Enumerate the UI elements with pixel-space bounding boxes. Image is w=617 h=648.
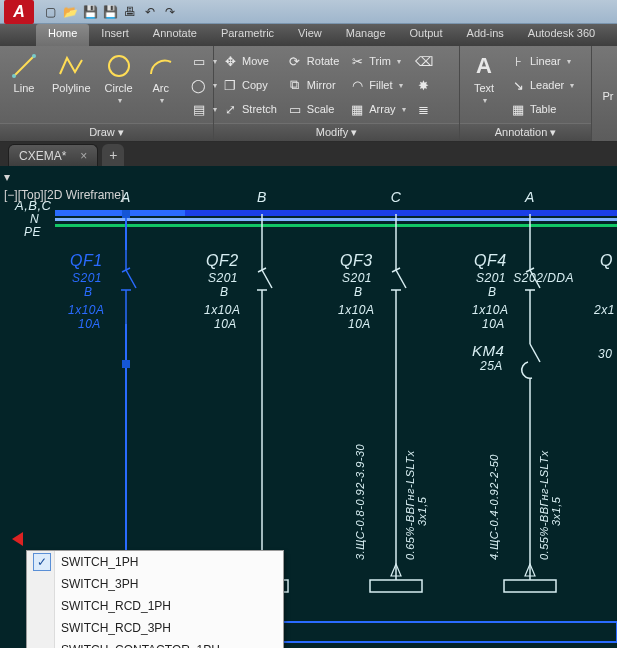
file-tab-bar: CXEMA* × +	[0, 142, 617, 166]
svg-text:1x10A: 1x10A	[472, 303, 509, 317]
circle-label: Circle	[105, 82, 133, 94]
svg-text:25A: 25A	[479, 359, 503, 373]
arc-icon	[147, 52, 175, 80]
qat-new-icon[interactable]: ▢	[42, 4, 58, 20]
tab-parametric[interactable]: Parametric	[209, 24, 286, 46]
svg-text:10A: 10A	[78, 317, 101, 331]
menu-item-label: SWITCH_CONTACTOR_1PH	[61, 643, 220, 648]
tab-insert[interactable]: Insert	[89, 24, 141, 46]
svg-rect-13	[55, 210, 185, 216]
bus-n-label: N	[30, 212, 39, 226]
table-button[interactable]: ▦Table	[508, 98, 576, 120]
copy-button[interactable]: ❐Copy	[220, 74, 279, 96]
properties-label-cut: Pr	[603, 90, 614, 102]
svg-text:A: A	[524, 189, 535, 205]
svg-text:B: B	[257, 189, 267, 205]
svg-text:S201: S201	[342, 271, 372, 285]
draw-extra: ▭▾ ◯▾ ▤▾	[189, 50, 219, 120]
dim-linear-icon: ⊦	[510, 53, 526, 69]
app-logo[interactable]: A	[4, 0, 34, 24]
line-icon	[10, 52, 38, 80]
qat-save-icon[interactable]: 💾	[82, 4, 98, 20]
mirror-icon: ⧉	[287, 77, 303, 93]
ellipse-icon: ◯	[191, 77, 207, 93]
qat-redo-icon[interactable]: ↷	[162, 4, 178, 20]
text-button[interactable]: A Text▾	[466, 50, 502, 107]
svg-text:1x10A: 1x10A	[338, 303, 375, 317]
hatch-icon: ▤	[191, 101, 207, 117]
panel-annotation-title[interactable]: Annotation ▾	[460, 123, 591, 141]
polyline-button[interactable]: Polyline	[48, 50, 95, 96]
arc-button[interactable]: Arc▾	[143, 50, 179, 107]
marker-icon	[12, 532, 23, 546]
svg-text:4.ЩС-0.4-0.92-2-50: 4.ЩС-0.4-0.92-2-50	[488, 454, 500, 560]
qat-plot-icon[interactable]: 🖶	[122, 4, 138, 20]
scale-button[interactable]: ▭Scale	[285, 98, 341, 120]
menu-item-switch-rcd-3ph[interactable]: SWITCH_RCD_3PH	[27, 617, 283, 639]
array-icon: ▦	[349, 101, 365, 117]
array-button[interactable]: ▦Array▾	[347, 98, 407, 120]
rotate-label: Rotate	[307, 55, 339, 67]
bus-pe-label: PE	[24, 225, 42, 239]
stretch-button[interactable]: ⤢Stretch	[220, 98, 279, 120]
offset-icon: ≣	[416, 101, 432, 117]
svg-line-49	[530, 344, 540, 362]
leader-button[interactable]: ↘Leader▾	[508, 74, 576, 96]
explode-icon: ✸	[416, 77, 432, 93]
quick-access-toolbar: A ▢ 📂 💾 💾 🖶 ↶ ↷	[0, 0, 617, 24]
qat-open-icon[interactable]: 📂	[62, 4, 78, 20]
table-icon: ▦	[510, 101, 526, 117]
tab-output[interactable]: Output	[398, 24, 455, 46]
tab-view[interactable]: View	[286, 24, 334, 46]
menu-item-switch-rcd-1ph[interactable]: SWITCH_RCD_1PH	[27, 595, 283, 617]
menu-item-switch-3ph[interactable]: SWITCH_3PH	[27, 573, 283, 595]
svg-text:KM4: KM4	[472, 342, 504, 359]
qat-saveas-icon[interactable]: 💾	[102, 4, 118, 20]
svg-text:B: B	[354, 285, 363, 299]
viewcube-dropdown[interactable]: ▾	[4, 170, 10, 184]
svg-text:QF1: QF1	[70, 252, 103, 269]
move-button[interactable]: ✥Move	[220, 50, 279, 72]
line-button[interactable]: Line	[6, 50, 42, 96]
menu-item-label: SWITCH_3PH	[61, 577, 138, 591]
menu-item-switch-contactor-1ph[interactable]: SWITCH_CONTACTOR_1PH	[27, 639, 283, 648]
circle-button[interactable]: Circle▾	[101, 50, 137, 107]
text-icon: A	[470, 52, 498, 80]
leader-label: Leader	[530, 79, 564, 91]
svg-text:S201: S201	[476, 271, 506, 285]
tab-autodesk360[interactable]: Autodesk 360	[516, 24, 607, 46]
qat-undo-icon[interactable]: ↶	[142, 4, 158, 20]
file-tab[interactable]: CXEMA* ×	[8, 144, 98, 166]
tab-home[interactable]: Home	[36, 24, 89, 46]
svg-text:2x1: 2x1	[593, 303, 615, 317]
erase-button[interactable]: ⌫	[414, 50, 434, 72]
trim-button[interactable]: ✂Trim▾	[347, 50, 407, 72]
move-icon: ✥	[222, 53, 238, 69]
scale-icon: ▭	[287, 101, 303, 117]
svg-text:3x1,5: 3x1,5	[550, 496, 562, 526]
offset-button[interactable]: ≣	[414, 98, 434, 120]
fillet-label: Fillet	[369, 79, 392, 91]
rotate-button[interactable]: ⟳Rotate	[285, 50, 341, 72]
explode-button[interactable]: ✸	[414, 74, 434, 96]
fillet-button[interactable]: ◠Fillet▾	[347, 74, 407, 96]
tab-annotate[interactable]: Annotate	[141, 24, 209, 46]
panel-draw-title[interactable]: Draw ▾	[0, 123, 213, 141]
panel-modify-title[interactable]: Modify ▾	[214, 123, 459, 141]
text-label: Text	[474, 82, 494, 94]
svg-text:QF2: QF2	[206, 252, 239, 269]
menu-item-switch-1ph[interactable]: ✓ SWITCH_1PH	[27, 551, 283, 573]
new-tab-button[interactable]: +	[102, 144, 124, 166]
svg-text:S201: S201	[208, 271, 238, 285]
close-icon[interactable]: ×	[80, 149, 87, 163]
viewport-state[interactable]: [−][Top][2D Wireframe]	[4, 188, 124, 202]
tab-addins[interactable]: Add-ins	[455, 24, 516, 46]
tab-manage[interactable]: Manage	[334, 24, 398, 46]
trim-label: Trim	[369, 55, 391, 67]
dim-linear-label: Linear	[530, 55, 561, 67]
mirror-button[interactable]: ⧉Mirror	[285, 74, 341, 96]
drawing-canvas[interactable]: ▾ [−][Top][2D Wireframe] A,B,C N PE	[0, 166, 617, 648]
array-label: Array	[369, 103, 395, 115]
ribbon-tabstrip: Home Insert Annotate Parametric View Man…	[0, 24, 617, 46]
dim-linear-button[interactable]: ⊦Linear▾	[508, 50, 576, 72]
